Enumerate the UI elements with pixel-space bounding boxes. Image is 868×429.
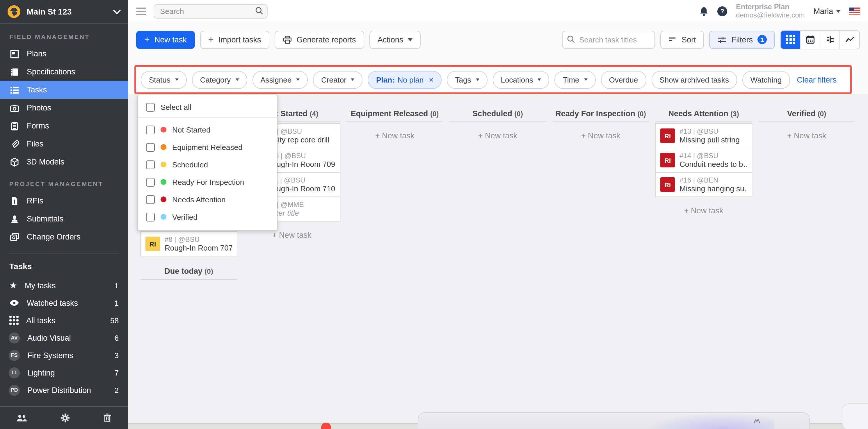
filter-pill-status[interactable]: Status (141, 71, 187, 89)
filter-pill-time[interactable]: Time (555, 71, 596, 89)
new-task-inline-button[interactable]: + New task (449, 131, 546, 140)
status-dot-needs-attention (161, 196, 166, 202)
sidebar-item-submittals[interactable]: Submittals (0, 210, 128, 228)
column-header: Ready For Inspection (0) (552, 109, 649, 122)
cube-icon (9, 157, 19, 167)
sort-button[interactable]: Sort (660, 31, 704, 48)
people-icon[interactable] (16, 414, 27, 422)
column-header: Verified (0) (758, 109, 855, 122)
checkbox[interactable] (146, 195, 155, 204)
new-task-inline-button[interactable]: + New task (243, 231, 340, 239)
language-flag-icon[interactable] (849, 8, 860, 15)
status-option-scheduled[interactable]: Scheduled (138, 156, 277, 173)
sidebar-item-all-tasks[interactable]: All tasks 58 (0, 311, 128, 329)
sidebar-item-photos[interactable]: Photos (0, 99, 128, 117)
paperclip-icon (9, 139, 19, 149)
global-search-input[interactable] (154, 4, 268, 19)
task-title: Rough-In Room 707 (165, 243, 232, 252)
task-card[interactable]: RI #8 | @BSU Rough-In Room 707 (140, 231, 237, 256)
status-option-equipment-released[interactable]: Equipment Released (138, 138, 277, 156)
filters-button[interactable]: Filters 1 (710, 31, 775, 48)
filter-toggle-show-archived[interactable]: Show archived tasks (651, 71, 737, 89)
filter-pill-tags[interactable]: Tags (447, 71, 488, 89)
category-badge-li: LI (9, 367, 20, 378)
gear-icon[interactable] (61, 413, 70, 423)
sidebar-item-audio-visual[interactable]: AV Audio Visual 6 (0, 329, 128, 346)
checkbox[interactable] (146, 103, 155, 111)
notifications-bell-icon[interactable] (699, 6, 709, 16)
status-filter-dropdown: Select all Not Started Equipment Release… (137, 95, 278, 231)
active-filter-chip-plan[interactable]: Plan: No plan × (368, 71, 442, 89)
sidebar-item-lighting[interactable]: LI Lighting 7 (0, 364, 128, 381)
sidebar-item-forms[interactable]: Forms (0, 117, 128, 135)
chevron-down-icon (836, 10, 841, 13)
project-switcher[interactable]: Main St 123 (0, 0, 128, 24)
sidebar-item-3d-models[interactable]: 3D Models (0, 153, 128, 171)
sidebar-item-label: My tasks (25, 281, 56, 290)
sidebar-item-watched-tasks[interactable]: Watched tasks 1 (0, 294, 128, 311)
sidebar-item-plans[interactable]: Plans (0, 45, 128, 63)
checkbox[interactable] (146, 177, 155, 186)
chart-view-button[interactable] (839, 31, 859, 48)
hamburger-menu-icon[interactable] (136, 7, 146, 15)
sidebar-item-change-orders[interactable]: Change Orders (0, 228, 128, 246)
sidebar-item-specifications[interactable]: Specifications (0, 63, 128, 81)
sidebar: Main St 123 FIELD MANAGEMENT Plans Speci… (0, 0, 128, 429)
kanban-view-button[interactable] (781, 31, 800, 48)
field-management-label: FIELD MANAGEMENT (0, 24, 128, 45)
sidebar-footer (0, 406, 128, 429)
sidebar-item-label: RFIs (27, 196, 43, 205)
new-task-inline-button[interactable]: + New task (552, 131, 649, 140)
status-option-needs-attention[interactable]: Needs Attention (138, 191, 277, 208)
help-icon[interactable]: ? (717, 6, 727, 16)
checkbox[interactable] (146, 125, 155, 134)
close-icon[interactable]: × (429, 75, 433, 84)
import-tasks-button[interactable]: + Import tasks (200, 31, 269, 48)
sidebar-divider (9, 253, 119, 254)
status-option-not-started[interactable]: Not Started (138, 121, 277, 138)
plan-name: Enterprise Plan (736, 3, 805, 12)
category-badge-ri: RI (660, 129, 675, 143)
swimlane-icon (825, 35, 835, 44)
checkbox[interactable] (146, 160, 155, 169)
user-menu[interactable]: Maria (813, 7, 841, 16)
view-switcher (780, 30, 860, 49)
new-task-inline-button[interactable]: + New task (758, 131, 855, 140)
chevron-down-icon (296, 78, 300, 81)
category-badge-fs: FS (9, 350, 20, 361)
task-title-search-input[interactable] (562, 31, 655, 48)
sidebar-item-power-distribution[interactable]: PD Power Distribution 2 (0, 381, 128, 399)
sidebar-item-files[interactable]: Files (0, 135, 128, 153)
swimlane-view-button[interactable] (820, 31, 839, 48)
clear-filters-link[interactable]: Clear filters (797, 75, 837, 84)
sidebar-item-my-tasks[interactable]: ★ My tasks 1 (0, 277, 128, 294)
status-option-verified[interactable]: Verified (138, 208, 277, 226)
new-task-inline-button[interactable]: + New task (655, 206, 752, 215)
checkbox[interactable] (146, 143, 155, 152)
filter-pill-category[interactable]: Category (192, 71, 247, 89)
actions-button[interactable]: Actions (369, 31, 421, 48)
calendar-view-button[interactable] (800, 31, 820, 48)
checkbox[interactable] (146, 212, 155, 221)
new-task-button[interactable]: + New task (136, 31, 195, 48)
sidebar-item-rfis[interactable]: RFIs (0, 192, 128, 210)
filter-toggle-overdue[interactable]: Overdue (601, 71, 646, 89)
filter-toggle-watching[interactable]: Watching (742, 71, 790, 89)
filter-pill-creator[interactable]: Creator (313, 71, 363, 89)
generate-reports-button[interactable]: Generate reports (275, 31, 364, 48)
task-card[interactable]: RI #13 | @BSU Missing pull string (655, 123, 752, 148)
select-all-option[interactable]: Select all (138, 98, 277, 116)
status-option-ready-for-inspection[interactable]: Ready For Inspection (138, 173, 277, 191)
filter-pill-locations[interactable]: Locations (493, 71, 549, 89)
user-name: Maria (813, 7, 833, 16)
trash-icon[interactable] (103, 413, 112, 423)
sidebar-item-tasks[interactable]: Tasks (0, 81, 128, 99)
sidebar-item-fire-systems[interactable]: FS Fire Systems 3 (0, 346, 128, 364)
project-management-label: PROJECT MANAGEMENT (0, 171, 128, 192)
chevron-down-icon (408, 38, 412, 41)
task-card[interactable]: RI #14 | @BSU Conduit needs to b… (655, 147, 752, 173)
new-task-inline-button[interactable]: + New task (346, 131, 443, 140)
filter-pill-assignee[interactable]: Assignee (252, 71, 308, 89)
task-card[interactable]: RI #16 | @BEN Missing hanging su… (655, 172, 752, 197)
dock-panel (418, 412, 810, 429)
